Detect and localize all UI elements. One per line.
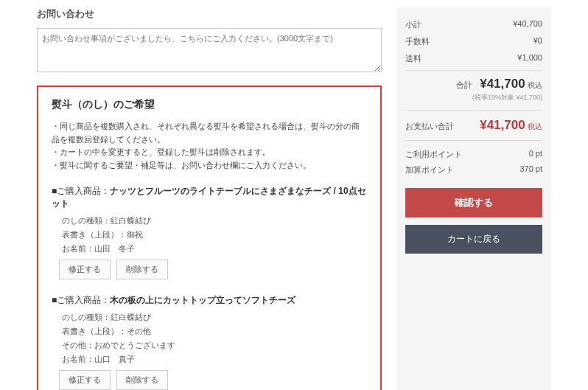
- shipping-value: ¥1,000: [517, 53, 542, 64]
- points-section: ご利用ポイント 0 pt 加算ポイント 370 pt: [405, 140, 542, 178]
- noshi-notes: ・同じ商品を複数購入され、それぞれ異なる熨斗を希望される場合は、熨斗の分の商品を…: [52, 120, 367, 172]
- noshi-product-label: ■ご購入商品：: [52, 186, 110, 196]
- noshi-detail-line: お名前：山田 冬子: [62, 242, 367, 256]
- use-points-label: ご利用ポイント: [405, 149, 462, 160]
- main-column: お問い合わせ 熨斗（のし）のご希望 ・同じ商品を複数購入され、それぞれ異なる熨斗…: [37, 7, 382, 390]
- earn-points-row: 加算ポイント 370 pt: [405, 162, 542, 178]
- noshi-note-line: ・カートの中を変更すると、登録した熨斗は削除されます。: [52, 146, 367, 159]
- total-tax: 税込: [528, 81, 542, 89]
- noshi-note-line: ・同じ商品を複数購入され、それぞれ異なる熨斗を希望される場合は、熨斗の分の商品を…: [52, 120, 367, 146]
- use-points-row: ご利用ポイント 0 pt: [405, 147, 542, 162]
- total-label: 合計: [456, 80, 472, 91]
- noshi-item-actions: 修正する削除する: [59, 260, 367, 279]
- pay-row: お支払い合計 ¥41,700 税込: [405, 110, 542, 133]
- pay-value: ¥41,700: [480, 118, 525, 132]
- subtotal-value: ¥40,700: [513, 19, 542, 30]
- inquiry-section: お問い合わせ: [37, 7, 382, 74]
- delete-noshi-button[interactable]: 削除する: [116, 260, 168, 279]
- back-to-cart-button[interactable]: カートに戻る: [405, 225, 542, 254]
- pay-label: お支払い合計: [405, 121, 454, 132]
- earn-points-value: 370 pt: [519, 164, 542, 175]
- noshi-note-line: ・熨斗に関するご要望・補足等は、お問い合わせ欄にご入力ください。: [52, 159, 367, 173]
- noshi-item-actions: 修正する削除する: [59, 370, 367, 390]
- inquiry-textarea[interactable]: [37, 28, 382, 72]
- delete-noshi-button[interactable]: 削除する: [116, 370, 168, 390]
- noshi-detail-line: お名前：山口 真子: [62, 352, 367, 366]
- noshi-detail-line: 表書き（上段）：その他: [62, 324, 367, 338]
- shipping-row: 送料 ¥1,000: [405, 50, 542, 71]
- subtotal-row: 小計 ¥40,700: [405, 16, 542, 33]
- inquiry-title: お問い合わせ: [37, 7, 382, 21]
- noshi-product-line: ■ご購入商品：木の板の上にカットトップ立ってソフトチーズ: [52, 294, 367, 307]
- noshi-product-label: ■ご購入商品：: [52, 295, 110, 305]
- noshi-product-line: ■ご購入商品：ナッツとフルーツのライトテーブルにさまざまなチーズ / 10点セッ…: [52, 185, 367, 210]
- pay-tax: 税込: [528, 122, 542, 130]
- earn-points-label: 加算ポイント: [405, 164, 454, 175]
- edit-noshi-button[interactable]: 修正する: [59, 260, 111, 279]
- shipping-label: 送料: [405, 53, 421, 64]
- fee-value: ¥0: [533, 36, 542, 47]
- total-value: ¥41,700: [480, 77, 525, 91]
- summary-sidebar: 小計 ¥40,700 手数料 ¥0 送料 ¥1,000 合計 ¥41,700 税…: [396, 7, 551, 390]
- noshi-product-name: 木の板の上にカットトップ立ってソフトチーズ: [110, 295, 295, 305]
- noshi-detail-line: のしの種類：紅白蝶結び: [62, 310, 367, 324]
- noshi-section: 熨斗（のし）のご希望 ・同じ商品を複数購入され、それぞれ異なる熨斗を希望される場…: [37, 86, 382, 390]
- noshi-detail-line: のしの種類：紅白蝶結び: [62, 214, 367, 228]
- noshi-detail-line: その他：おめでとうございます: [62, 338, 367, 352]
- edit-noshi-button[interactable]: 修正する: [59, 370, 111, 390]
- fee-row: 手数料 ¥0: [405, 33, 542, 50]
- total-row: 合計 ¥41,700 税込: [405, 77, 542, 91]
- noshi-item: ■ご購入商品：ナッツとフルーツのライトテーブルにさまざまなチーズ / 10点セッ…: [52, 185, 367, 279]
- subtotal-label: 小計: [405, 19, 421, 30]
- confirm-button[interactable]: 確認する: [405, 188, 542, 217]
- noshi-item: ■ご購入商品：木の板の上にカットトップ立ってソフトチーズのしの種類：紅白蝶結び表…: [52, 294, 367, 390]
- fee-label: 手数料: [405, 36, 430, 47]
- noshi-title: 熨斗（のし）のご希望: [52, 98, 367, 111]
- noshi-detail-line: 表書き（上段）：御祝: [62, 228, 367, 242]
- tax-note: (税率10%対象 ¥41,700): [405, 93, 542, 102]
- use-points-value: 0 pt: [529, 149, 542, 160]
